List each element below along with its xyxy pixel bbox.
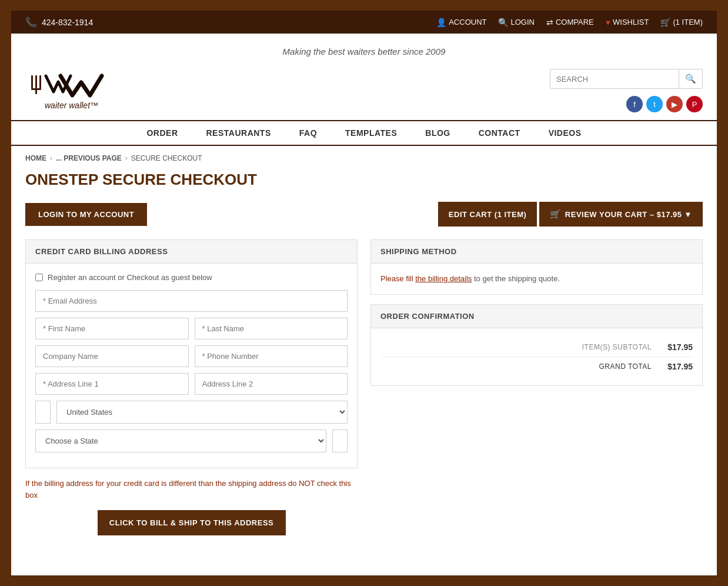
billing-section-header: CREDIT CARD BILLING ADDRESS (26, 240, 357, 264)
grand-total-row: GRAND TOTAL $17.95 (380, 357, 693, 376)
billing-column: CREDIT CARD BILLING ADDRESS Register an … (25, 239, 358, 535)
right-column: SHIPPING METHOD Please fill the billing … (370, 239, 703, 386)
svg-text:waiter wallet™: waiter wallet™ (45, 101, 98, 110)
two-column-layout: CREDIT CARD BILLING ADDRESS Register an … (25, 239, 703, 535)
review-cart-button[interactable]: 🛒 REVIEW YOUR CART – $17.95 ▼ (539, 202, 703, 227)
compare-link[interactable]: ⇄ COMPARE (546, 18, 594, 27)
address2-field[interactable] (195, 373, 348, 395)
search-input[interactable] (550, 71, 679, 88)
order-confirmation-section: ORDER CONFIRMATION ITEM(S) SUBTOTAL $17.… (370, 304, 703, 386)
top-bar: 📞 424-832-1914 👤 ACCOUNT 🔍 LOGIN ⇄ COMPA… (11, 11, 717, 34)
compare-icon: ⇄ (546, 18, 553, 27)
nav-contact[interactable]: CONTACT (476, 121, 523, 145)
subtotal-row: ITEM(S) SUBTOTAL $17.95 (380, 338, 693, 357)
facebook-icon[interactable]: f (626, 96, 643, 112)
bill-ship-button[interactable]: CLICK TO BILL & SHIP TO THIS ADDRESS (98, 510, 286, 535)
review-cart-icon: 🛒 (550, 209, 562, 219)
social-icons: f t ▶ P (626, 96, 703, 112)
breadcrumb-sep-1: › (50, 154, 52, 162)
grand-total-label: GRAND TOTAL (380, 362, 652, 371)
edit-cart-button[interactable]: EDIT CART (1 ITEM) (438, 202, 537, 227)
order-confirm-header: ORDER CONFIRMATION (371, 305, 702, 328)
nav-order[interactable]: ORDER (144, 121, 180, 145)
cart-link[interactable]: 🛒 (1 ITEM) (660, 18, 703, 27)
suburb-field[interactable] (35, 401, 51, 424)
shipping-section-header: SHIPPING METHOD (371, 240, 702, 264)
pinterest-icon[interactable]: P (686, 96, 703, 112)
last-name-field[interactable] (195, 318, 348, 339)
phone-number: 📞 424-832-1914 (25, 16, 93, 28)
breadcrumb: HOME › ... PREVIOUS PAGE › SECURE CHECKO… (11, 146, 717, 171)
breadcrumb-previous[interactable]: ... PREVIOUS PAGE (56, 154, 122, 162)
svg-rect-0 (31, 75, 33, 88)
svg-rect-1 (35, 75, 37, 88)
nav-restaurants[interactable]: RESTAURANTS (204, 121, 273, 145)
action-bar: LOGIN TO MY ACCOUNT EDIT CART (1 ITEM) 🛒… (25, 202, 703, 227)
address1-field[interactable] (35, 373, 189, 395)
youtube-icon[interactable]: ▶ (666, 96, 683, 112)
subtotal-label: ITEM(S) SUBTOTAL (380, 343, 652, 351)
tagline: Making the best waiters better since 200… (25, 39, 703, 62)
phone-icon: 📞 (25, 16, 37, 28)
suburb-country-row: United States (35, 401, 348, 424)
shipping-section-body: Please fill the billing details to get t… (371, 264, 702, 294)
company-name-field[interactable] (35, 345, 189, 367)
main-nav: ORDER RESTAURANTS FAQ TEMPLATES BLOG CON… (11, 120, 717, 146)
wishlist-icon: ♥ (606, 18, 610, 27)
first-name-field[interactable] (35, 318, 189, 339)
header-right: 🔍 f t ▶ P (550, 69, 703, 112)
search-box[interactable]: 🔍 (550, 69, 703, 89)
logo[interactable]: waiter wallet™ (25, 67, 143, 114)
phone-field[interactable] (195, 345, 348, 367)
twitter-icon[interactable]: t (646, 96, 663, 112)
cart-icon: 🛒 (660, 18, 670, 27)
svg-rect-4 (35, 88, 37, 94)
top-nav: 👤 ACCOUNT 🔍 LOGIN ⇄ COMPARE ♥ WISHLIST 🛒 (436, 18, 703, 27)
state-select[interactable]: Choose a State (35, 429, 326, 452)
state-zip-row: Choose a State (35, 429, 348, 452)
guest-checkout-label: Register an account or Checkout as guest… (48, 273, 212, 282)
subtotal-value: $17.95 (652, 342, 693, 352)
nav-videos[interactable]: VIDEOS (546, 121, 584, 145)
cart-button-group: EDIT CART (1 ITEM) 🛒 REVIEW YOUR CART – … (438, 202, 703, 227)
zip-field[interactable] (332, 429, 348, 452)
main-content: ONESTEP SECURE CHECKOUT LOGIN TO MY ACCO… (11, 171, 717, 559)
nav-blog[interactable]: BLOG (423, 121, 452, 145)
billing-section-body: Register an account or Checkout as guest… (26, 264, 357, 468)
search-button[interactable]: 🔍 (679, 69, 702, 88)
page-title: ONESTEP SECURE CHECKOUT (25, 171, 703, 189)
guest-checkout-row: Register an account or Checkout as guest… (35, 273, 348, 282)
billing-details-link[interactable]: the billing details (415, 274, 472, 283)
guest-checkout-checkbox[interactable] (35, 274, 43, 281)
company-phone-row (35, 345, 348, 367)
email-field[interactable] (35, 290, 348, 312)
login-link[interactable]: 🔍 LOGIN (498, 18, 534, 27)
breadcrumb-current: SECURE CHECKOUT (131, 154, 202, 162)
svg-rect-2 (39, 75, 41, 88)
header-middle: waiter wallet™ 🔍 f t ▶ P (25, 62, 703, 120)
billing-note: If the billing address for your credit c… (25, 478, 358, 501)
address-row (35, 373, 348, 395)
grand-total-value: $17.95 (652, 362, 693, 371)
country-select[interactable]: United States (56, 401, 348, 424)
shipping-method-section: SHIPPING METHOD Please fill the billing … (370, 239, 703, 295)
account-link[interactable]: 👤 ACCOUNT (436, 18, 486, 27)
shipping-note: Please fill the billing details to get t… (380, 273, 693, 285)
breadcrumb-home[interactable]: HOME (25, 154, 46, 162)
nav-faq[interactable]: FAQ (297, 121, 319, 145)
wishlist-link[interactable]: ♥ WISHLIST (606, 18, 649, 27)
nav-templates[interactable]: TEMPLATES (343, 121, 399, 145)
login-button[interactable]: LOGIN TO MY ACCOUNT (25, 203, 147, 226)
account-icon: 👤 (436, 18, 446, 27)
order-confirm-body: ITEM(S) SUBTOTAL $17.95 GRAND TOTAL $17.… (371, 328, 702, 385)
breadcrumb-sep-2: › (125, 154, 128, 162)
name-row (35, 318, 348, 339)
billing-section: CREDIT CARD BILLING ADDRESS Register an … (25, 239, 358, 468)
login-icon: 🔍 (498, 18, 508, 27)
header: Making the best waiters better since 200… (11, 34, 717, 120)
